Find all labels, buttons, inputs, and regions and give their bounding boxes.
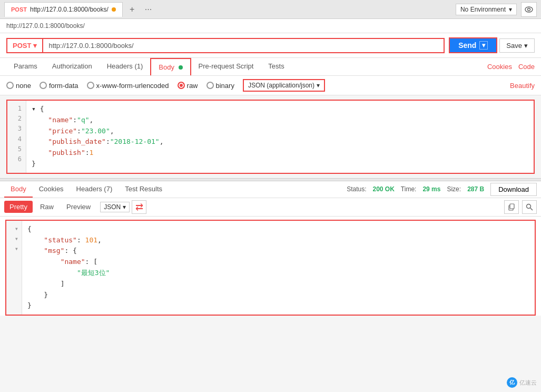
tab-modified-dot	[112, 7, 116, 12]
code-link[interactable]: Code	[518, 63, 535, 71]
eye-icon	[525, 6, 533, 13]
size-label: Size:	[447, 185, 461, 193]
fmt-preview[interactable]: Preview	[61, 201, 96, 213]
env-chevron: ▾	[509, 6, 512, 13]
svg-point-1	[528, 8, 530, 11]
method-label: POST	[13, 42, 31, 50]
radio-form-data	[40, 82, 47, 89]
send-label: Send	[458, 41, 476, 50]
resp-tab-headers[interactable]: Headers (7)	[70, 181, 119, 198]
svg-point-4	[527, 204, 531, 208]
json-format-selector[interactable]: JSON (application/json) ▾	[243, 79, 325, 92]
option-urlencoded[interactable]: x-www-form-urlencoded	[87, 82, 169, 90]
cookies-link[interactable]: Cookies	[487, 63, 512, 71]
body-active-dot	[179, 65, 183, 70]
method-selector[interactable]: POST ▾	[6, 38, 43, 53]
json-resp-chevron: ▾	[123, 203, 126, 211]
copy-icon	[508, 203, 515, 211]
status-value: 200 OK	[373, 185, 395, 193]
breadcrumb: http://127.0.0.1:8000/books/	[0, 19, 541, 33]
svg-point-0	[525, 7, 533, 12]
search-icon	[526, 203, 533, 211]
resp-line-numbers: ▾ ▾ ▾	[6, 221, 22, 315]
environment-eye-button[interactable]	[521, 2, 537, 17]
response-icons	[504, 200, 537, 214]
fmt-pretty[interactable]: Pretty	[4, 201, 33, 213]
search-response-button[interactable]	[522, 200, 537, 214]
download-button[interactable]: Download	[490, 183, 537, 196]
more-tabs-button[interactable]: ···	[142, 5, 155, 14]
size-value: 287 B	[467, 185, 484, 193]
send-button[interactable]: Send ▾	[449, 37, 497, 53]
tab-pre-request[interactable]: Pre-request Script	[191, 58, 261, 75]
tab-body[interactable]: Body	[150, 58, 191, 75]
response-body-editor: ▾ ▾ ▾ { "status": 101, "msg": { "name": …	[5, 220, 536, 316]
active-tab[interactable]: POST http://127.0.0.1:8000/books/	[4, 2, 123, 17]
wrap-icon-button[interactable]: ⇄	[132, 200, 146, 214]
radio-urlencoded	[87, 82, 94, 89]
response-json-selector[interactable]: JSON ▾	[100, 202, 130, 212]
copy-response-button[interactable]	[504, 200, 519, 214]
option-none[interactable]: none	[6, 82, 31, 90]
url-input[interactable]	[43, 38, 445, 53]
response-tabs-bar: Body Cookies Headers (7) Test Results St…	[0, 181, 541, 198]
request-bar: POST ▾ Send ▾ Save ▾	[0, 33, 541, 58]
option-form-data[interactable]: form-data	[40, 82, 78, 90]
environment-selector[interactable]: No Environment ▾	[456, 4, 517, 15]
beautify-button[interactable]: Beautify	[510, 82, 535, 90]
env-label: No Environment	[460, 6, 506, 13]
tab-bar: POST http://127.0.0.1:8000/books/ + ··· …	[0, 0, 541, 19]
tab-tests[interactable]: Tests	[261, 58, 291, 75]
right-links: Cookies Code	[487, 63, 535, 71]
status-label: Status:	[347, 185, 366, 193]
resp-tab-test-results[interactable]: Test Results	[119, 181, 169, 198]
top-right-controls: No Environment ▾	[456, 2, 537, 17]
response-body-code: { "status": 101, "msg": { "name": [ "最短3…	[22, 221, 535, 315]
fmt-raw[interactable]: Raw	[35, 201, 59, 213]
body-options: none form-data x-www-form-urlencoded raw…	[0, 76, 541, 95]
request-tabs: Params Authorization Headers (1) Body Pr…	[0, 58, 541, 76]
option-raw[interactable]: raw	[178, 82, 198, 90]
svg-line-5	[530, 208, 533, 210]
time-value: 29 ms	[422, 185, 440, 193]
save-chevron: ▾	[524, 42, 528, 50]
json-chevron: ▾	[317, 82, 320, 89]
line-numbers: 1 2 3 4 5 6	[7, 101, 26, 173]
save-button[interactable]: Save ▾	[499, 38, 535, 53]
save-label: Save	[506, 42, 522, 50]
response-section: Body Cookies Headers (7) Test Results St…	[0, 181, 541, 316]
option-binary[interactable]: binary	[206, 82, 234, 90]
method-chevron: ▾	[33, 42, 37, 50]
radio-none	[6, 82, 14, 89]
radio-binary	[206, 82, 214, 89]
new-tab-button[interactable]: +	[125, 2, 140, 17]
tab-authorization[interactable]: Authorization	[45, 58, 100, 75]
radio-raw	[178, 82, 185, 89]
request-body-editor[interactable]: 1 2 3 4 5 6 ▾ { "name":"q", "price":"23.…	[6, 100, 535, 174]
svg-rect-3	[510, 204, 514, 209]
tab-method: POST	[11, 6, 27, 13]
tab-url: http://127.0.0.1:8000/books/	[30, 6, 109, 13]
tab-params[interactable]: Params	[6, 58, 45, 75]
tab-headers[interactable]: Headers (1)	[100, 58, 151, 75]
response-status-area: Status: 200 OK Time: 29 ms Size: 287 B D…	[347, 183, 537, 196]
send-dropdown-arrow[interactable]: ▾	[479, 41, 488, 50]
response-format-bar: Pretty Raw Preview JSON ▾ ⇄	[0, 198, 541, 217]
resp-tab-cookies[interactable]: Cookies	[33, 181, 70, 198]
resp-tab-body[interactable]: Body	[4, 181, 33, 198]
time-label: Time:	[401, 185, 417, 193]
request-body-code[interactable]: ▾ { "name":"q", "price":"23.00", "publis…	[26, 101, 534, 173]
